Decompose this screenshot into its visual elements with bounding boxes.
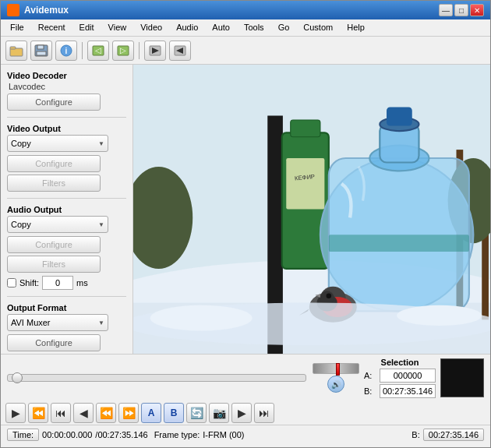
title-bar-controls: — □ ✕ <box>439 4 484 16</box>
menu-tools[interactable]: Tools <box>238 21 270 34</box>
menu-go[interactable]: Go <box>272 21 296 34</box>
seek-bar[interactable] <box>7 374 306 382</box>
mark-b-button[interactable]: B <box>164 403 184 423</box>
video-output-filters-button[interactable]: Filters <box>7 175 101 192</box>
svg-text:i: i <box>65 47 68 55</box>
svg-rect-25 <box>286 158 324 209</box>
prev-segment-button[interactable]: ◁ <box>87 41 109 61</box>
time-field: Time: 00:00:00.000 /00:27:35.146 <box>7 429 148 441</box>
video-decoder-title: Video Decoder <box>7 71 126 80</box>
menu-recent[interactable]: Recent <box>32 21 72 34</box>
main-window: Avidemux — □ ✕ File Recent Edit View Vid… <box>0 0 491 448</box>
status-bar: Time: 00:00:00.000 /00:27:35.146 Frame t… <box>1 425 490 443</box>
audio-output-section: Audio Output Copy ▼ Configure Filters Sh… <box>7 205 126 290</box>
menu-audio[interactable]: Audio <box>170 21 204 34</box>
time-label: Time: <box>7 429 39 441</box>
video-output-dropdown-arrow: ▼ <box>98 140 104 147</box>
video-output-dropdown-value: Copy <box>11 139 31 148</box>
app-icon <box>7 4 19 16</box>
audio-output-dropdown-value: Copy <box>11 220 31 229</box>
status-b-value: 00:27:35.146 <box>423 429 484 441</box>
minimize-button[interactable]: — <box>439 4 453 16</box>
audio-output-filters-button[interactable]: Filters <box>7 256 101 273</box>
play-bwd-button[interactable] <box>169 41 191 61</box>
shift-label: Shift: <box>19 278 39 287</box>
video-output-title: Video Output <box>7 124 126 133</box>
menu-video[interactable]: Video <box>134 21 168 34</box>
save-button[interactable] <box>30 41 52 61</box>
svg-rect-1 <box>10 47 16 49</box>
step-back-button[interactable]: ◀ <box>73 403 94 423</box>
step-back-small[interactable]: ⏪ <box>96 403 116 423</box>
time-current: 00:00:00.000 <box>42 430 92 439</box>
next-segment-button[interactable]: ▷ <box>112 41 134 61</box>
shift-input[interactable] <box>42 276 73 290</box>
menu-help[interactable]: Help <box>341 21 371 34</box>
step-fwd-small[interactable]: ⏩ <box>118 403 139 423</box>
selection-a-row: A: <box>364 369 436 383</box>
audio-output-dropdown[interactable]: Copy ▼ <box>7 216 108 233</box>
step-fwd-button[interactable]: ▶ <box>231 403 252 423</box>
selection-title: Selection <box>364 358 436 367</box>
mark-a-button[interactable]: A <box>141 403 161 423</box>
selection-a-label: A: <box>364 371 376 380</box>
maximize-button[interactable]: □ <box>454 4 468 16</box>
main-content: Video Decoder Lavcodec Configure Video O… <box>1 65 490 354</box>
divider-3 <box>7 296 126 297</box>
shift-checkbox[interactable] <box>7 278 16 287</box>
divider-2 <box>7 198 126 199</box>
menu-auto[interactable]: Auto <box>206 21 236 34</box>
toolbar: i ◁ ▷ <box>1 37 490 65</box>
output-format-dropdown[interactable]: AVI Muxer ▼ <box>7 314 108 331</box>
svg-rect-33 <box>329 235 469 252</box>
video-output-configure-button[interactable]: Configure <box>7 155 101 172</box>
audio-output-configure-button[interactable]: Configure <box>7 236 101 253</box>
menu-view[interactable]: View <box>102 21 133 34</box>
audio-output-title: Audio Output <box>7 205 126 214</box>
play-button[interactable]: ▶ <box>5 403 26 423</box>
close-button[interactable]: ✕ <box>470 4 484 16</box>
controls-row: ▶ ⏪ ⏮ ◀ ⏪ ⏩ A B 🔄 📷 ▶ ⏭ <box>1 401 490 425</box>
time-total: /00:27:35.146 <box>95 430 147 439</box>
svg-point-50 <box>397 305 482 326</box>
svg-point-49 <box>150 305 253 331</box>
toolbar-separator-2 <box>139 42 140 59</box>
title-bar: Avidemux — □ ✕ <box>1 1 490 19</box>
video-decoder-section: Video Decoder Lavcodec Configure <box>7 71 126 111</box>
shift-unit: ms <box>76 278 88 287</box>
frame-type-field: Frame type: I-FRM (00) <box>154 430 245 439</box>
window-title: Avidemux <box>24 5 69 16</box>
output-format-title: Output Format <box>7 303 126 312</box>
video-panel: КЕФИР <box>133 65 490 354</box>
output-format-dropdown-arrow: ▼ <box>98 319 104 326</box>
audio-output-dropdown-arrow: ▼ <box>98 221 104 228</box>
preview-box <box>440 358 484 397</box>
svg-point-39 <box>327 294 332 299</box>
frame-type-value: I-FRM (00) <box>203 430 244 439</box>
step-back-large[interactable]: ⏮ <box>51 403 71 423</box>
video-output-section: Video Output Copy ▼ Configure Filters <box>7 124 126 192</box>
open-button[interactable] <box>5 41 27 61</box>
rewind-button[interactable]: ⏪ <box>28 403 48 423</box>
loop-button[interactable]: 🔄 <box>186 403 207 423</box>
toolbar-separator <box>82 42 83 59</box>
play-fwd-button[interactable] <box>144 41 166 61</box>
menu-file[interactable]: File <box>4 21 30 34</box>
video-output-dropdown[interactable]: Copy ▼ <box>7 135 108 152</box>
snapshot-button[interactable]: 📷 <box>209 403 229 423</box>
info-button[interactable]: i <box>55 41 77 61</box>
video-decoder-configure-button[interactable]: Configure <box>7 93 101 111</box>
volume-button[interactable]: 🔊 <box>327 376 344 393</box>
menu-edit[interactable]: Edit <box>73 21 101 34</box>
output-format-configure-button[interactable]: Configure <box>7 334 101 351</box>
divider-1 <box>7 117 126 118</box>
seek-thumb[interactable] <box>12 372 23 383</box>
selection-b-input[interactable] <box>380 384 436 398</box>
svg-text:◁: ◁ <box>95 46 101 55</box>
step-fwd-large[interactable]: ⏭ <box>254 403 274 423</box>
title-bar-left: Avidemux <box>7 4 69 16</box>
selection-a-input[interactable] <box>380 369 436 383</box>
output-format-section: Output Format AVI Muxer ▼ Configure <box>7 303 126 351</box>
menu-custom[interactable]: Custom <box>297 21 339 34</box>
seek-bar-row: 🔊 Selection A: B: <box>1 355 490 401</box>
